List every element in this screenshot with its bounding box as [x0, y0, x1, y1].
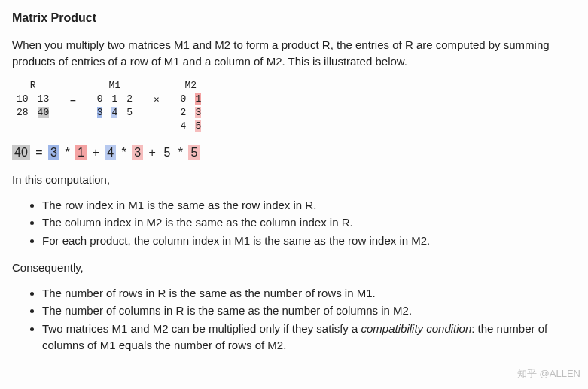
eq-plus: +: [87, 145, 105, 160]
eq-b2: 3: [132, 145, 143, 160]
list-item: The number of columns in R is the same a…: [42, 302, 576, 319]
matrix-cell: 5: [190, 120, 206, 133]
computation-intro: In this computation,: [12, 172, 576, 188]
matrix-cell: 0: [93, 93, 108, 106]
eq-a2: 4: [105, 145, 116, 160]
eq-op: *: [172, 145, 188, 160]
consequence-intro: Consequently,: [12, 260, 576, 276]
matrix-cell: 3: [190, 106, 206, 120]
matrix-M2: M2 0 1 2 3 4 5: [176, 79, 206, 133]
matrix-cell: 5: [122, 106, 137, 120]
list-item: For each product, the column index in M1…: [42, 232, 576, 249]
eq-eq: =: [30, 145, 48, 160]
matrix-cell: 28: [12, 106, 33, 120]
matrix-cell: 13: [33, 93, 54, 106]
matrix-R-label: R: [12, 79, 53, 93]
matrix-illustration: R 10 13 28 40 = M1 0 1 2 3 4 5 × M2 0 1: [12, 79, 576, 133]
matrix-cell: 4: [107, 106, 122, 120]
page-title: Matrix Product: [12, 9, 576, 26]
list-item: The row index in M1 is the same as the r…: [42, 197, 576, 214]
eq-plus: +: [143, 145, 161, 160]
consequence-list: The number of rows in R is the same as t…: [12, 285, 576, 354]
matrix-cell: 10: [12, 93, 33, 106]
eq-op: *: [59, 145, 75, 160]
compatibility-condition-term: compatibility condition: [361, 322, 472, 335]
matrix-cell: 0: [176, 93, 191, 106]
eq-b3: 5: [188, 145, 200, 160]
matrix-cell: 3: [93, 106, 108, 120]
eq-op: *: [116, 145, 132, 160]
list-item: The number of rows in R is the same as t…: [42, 285, 576, 302]
list-item-text: Two matrices M1 and M2 can be multiplied…: [42, 322, 361, 335]
computation-list: The row index in M1 is the same as the r…: [12, 197, 576, 249]
matrix-cell: 4: [176, 120, 191, 133]
matrix-M1: M1 0 1 2 3 4 5: [93, 79, 137, 120]
matrix-cell: 2: [122, 93, 137, 106]
matrix-M2-label: M2: [176, 79, 206, 93]
watermark-text: 知乎 @ALLEN: [517, 367, 580, 373]
matrix-M1-label: M1: [93, 79, 137, 93]
matrix-R: R 10 13 28 40: [12, 79, 53, 120]
times-sign: ×: [143, 79, 170, 107]
matrix-cell: 40: [33, 106, 54, 120]
eq-lhs: 40: [12, 145, 30, 160]
eq-b1: 1: [75, 145, 87, 160]
matrix-cell: 1: [107, 93, 122, 106]
eq-a3: 5: [161, 145, 172, 160]
equation-line: 40 = 3 * 1 + 4 * 3 + 5 * 5: [12, 144, 576, 161]
list-item: The column index in M2 is the same as th…: [42, 214, 576, 231]
equals-sign: =: [59, 79, 87, 107]
matrix-cell: 2: [176, 106, 191, 120]
eq-a1: 3: [48, 145, 59, 160]
list-item: Two matrices M1 and M2 can be multiplied…: [42, 321, 576, 354]
intro-paragraph: When you multiply two matrices M1 and M2…: [12, 37, 576, 70]
matrix-cell: 1: [190, 93, 206, 106]
